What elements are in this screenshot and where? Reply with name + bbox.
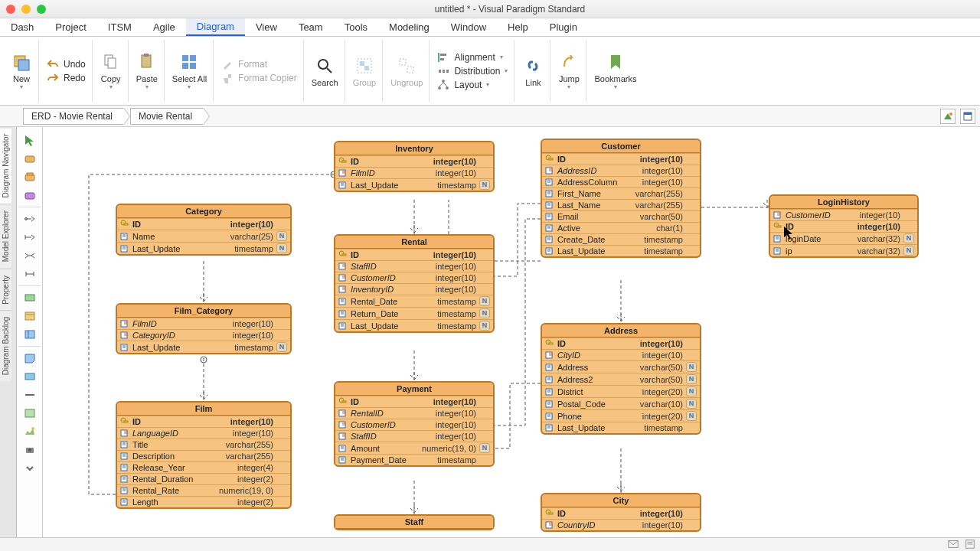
column-languageid[interactable]: LanguageIDinteger(10) xyxy=(117,427,290,439)
menu-view[interactable]: View xyxy=(245,18,288,36)
column-id[interactable]: IDinteger(10) xyxy=(542,153,700,165)
side-tab-diagram-navigator[interactable]: Diagram Navigator xyxy=(0,127,11,204)
column-last_update[interactable]: Last_UpdatetimestampN xyxy=(335,319,493,331)
alignment-menu[interactable]: Alignment ▾ xyxy=(437,51,508,64)
menu-help[interactable]: Help xyxy=(497,18,539,36)
distribution-menu[interactable]: Distribution ▾ xyxy=(437,65,508,77)
column-name[interactable]: Namevarchar(25)N xyxy=(117,230,290,242)
column-last_update[interactable]: Last_UpdatetimestampN xyxy=(335,178,493,191)
ungroup-button[interactable]: Ungroup xyxy=(384,40,430,102)
zoom-button[interactable] xyxy=(37,5,46,14)
tool-button[interactable] xyxy=(19,386,41,403)
column-payment_date[interactable]: Payment_Datetimestamp xyxy=(335,454,493,465)
tool-button[interactable] xyxy=(19,132,41,148)
menu-modeling[interactable]: Modeling xyxy=(378,18,440,36)
column-rental_date[interactable]: Rental_DatetimestampN xyxy=(335,295,493,307)
column-id[interactable]: IDinteger(10) xyxy=(117,218,290,230)
column-address[interactable]: Addressvarchar(50)N xyxy=(542,360,700,373)
entity-category[interactable]: CategoryIDinteger(10)Namevarchar(25)NLas… xyxy=(116,204,292,256)
switch-presentation-button[interactable] xyxy=(940,109,956,124)
column-customerid[interactable]: CustomerIDinteger(10) xyxy=(770,209,917,220)
jump-button[interactable]: Jump▾ xyxy=(552,40,586,102)
link-button[interactable]: Link xyxy=(516,40,550,102)
note-icon[interactable] xyxy=(965,539,975,551)
column-inventoryid[interactable]: InventoryIDinteger(10) xyxy=(335,283,493,295)
column-district[interactable]: Districtinteger(20)N xyxy=(542,385,700,397)
copy-button[interactable]: Copy▾ xyxy=(94,40,129,102)
column-create_date[interactable]: Create_Datetimestamp xyxy=(542,233,700,245)
column-rentalid[interactable]: RentalIDinteger(10) xyxy=(335,407,493,419)
column-ip[interactable]: ipvarchar(32)N xyxy=(770,244,917,256)
column-staffid[interactable]: StaffIDinteger(10) xyxy=(335,260,493,272)
search-button[interactable]: Search xyxy=(305,40,345,102)
tool-button[interactable] xyxy=(19,289,41,306)
column-first_name[interactable]: First_Namevarchar(255) xyxy=(542,187,700,199)
entity-city[interactable]: CityIDinteger(10)CountryIDinteger(10) xyxy=(541,493,701,532)
column-postal_code[interactable]: Postal_Codevarchar(10)N xyxy=(542,397,700,409)
column-last_name[interactable]: Last_Namevarchar(255) xyxy=(542,199,700,210)
breadcrumb-root[interactable]: ERD - Movie Rental xyxy=(23,108,124,125)
side-tab-property[interactable]: Property xyxy=(0,269,11,311)
close-button[interactable] xyxy=(6,5,15,14)
menu-team[interactable]: Team xyxy=(288,18,334,36)
format-copier-button[interactable]: Format Copier xyxy=(221,72,297,84)
column-length[interactable]: Lengthinteger(2) xyxy=(117,496,290,507)
side-tab-model-explorer[interactable]: Model Explorer xyxy=(0,204,11,268)
column-filmid[interactable]: FilmIDinteger(10) xyxy=(117,318,290,329)
menu-tools[interactable]: Tools xyxy=(334,18,378,36)
column-id[interactable]: IDinteger(10) xyxy=(335,155,493,167)
column-release_year[interactable]: Release_Yearinteger(4) xyxy=(117,461,290,473)
tool-button[interactable] xyxy=(19,350,41,367)
tool-button[interactable] xyxy=(19,266,41,282)
entity-payment[interactable]: PaymentIDinteger(10)RentalIDinteger(10)C… xyxy=(334,381,495,467)
column-addressid[interactable]: AddressIDinteger(10) xyxy=(542,165,700,176)
menu-agile[interactable]: Agile xyxy=(142,18,186,36)
group-button[interactable]: Group xyxy=(347,40,384,102)
column-customerid[interactable]: CustomerIDinteger(10) xyxy=(335,272,493,283)
column-cityid[interactable]: CityIDinteger(10) xyxy=(542,349,700,360)
diagram-canvas[interactable]: InventoryIDinteger(10)FilmIDinteger(10)L… xyxy=(43,127,980,537)
column-addresscolumn[interactable]: AddressColumninteger(10) xyxy=(542,176,700,187)
tool-button[interactable] xyxy=(19,187,41,204)
column-id[interactable]: IDinteger(10) xyxy=(542,337,700,349)
column-id[interactable]: IDinteger(10) xyxy=(335,396,493,407)
tool-button[interactable] xyxy=(19,210,41,227)
entity-address[interactable]: AddressIDinteger(10)CityIDinteger(10)Add… xyxy=(541,323,701,435)
column-id[interactable]: IDinteger(10) xyxy=(117,416,290,427)
tool-button[interactable] xyxy=(19,442,41,458)
column-phone[interactable]: Phoneinteger(20)N xyxy=(542,409,700,422)
tool-button[interactable] xyxy=(19,150,41,167)
tool-button[interactable] xyxy=(19,168,41,185)
menu-window[interactable]: Window xyxy=(440,18,497,36)
undo-button[interactable]: Undo xyxy=(47,58,86,70)
column-last_update[interactable]: Last_Updatetimestamp xyxy=(542,422,700,433)
entity-film[interactable]: FilmIDinteger(10)LanguageIDinteger(10)Ti… xyxy=(116,401,292,509)
column-last_update[interactable]: Last_UpdatetimestampN xyxy=(117,341,290,353)
layout-menu[interactable]: Layout ▾ xyxy=(437,79,508,91)
tool-button[interactable] xyxy=(19,229,41,246)
column-address2[interactable]: Address2varchar(50)N xyxy=(542,373,700,385)
entity-rental[interactable]: RentalIDinteger(10)StaffIDinteger(10)Cus… xyxy=(334,234,495,333)
redo-button[interactable]: Redo xyxy=(47,72,86,84)
select-all-button[interactable]: Select All▾ xyxy=(166,40,214,102)
tool-button[interactable] xyxy=(19,460,41,477)
paste-button[interactable]: Paste▾ xyxy=(130,40,165,102)
column-staffid[interactable]: StaffIDinteger(10) xyxy=(335,430,493,442)
column-title[interactable]: Titlevarchar(255) xyxy=(117,439,290,450)
column-categoryid[interactable]: CategoryIDinteger(10) xyxy=(117,329,290,341)
column-amount[interactable]: Amountnumeric(19, 0)N xyxy=(335,442,493,454)
menu-plugin[interactable]: Plugin xyxy=(539,18,588,36)
breadcrumb-current[interactable]: Movie Rental xyxy=(130,108,204,125)
tool-button[interactable] xyxy=(19,423,41,440)
entity-inventory[interactable]: InventoryIDinteger(10)FilmIDinteger(10)L… xyxy=(334,141,495,192)
entity-film_category[interactable]: Film_CategoryFilmIDinteger(10)CategoryID… xyxy=(116,303,292,354)
column-active[interactable]: Activechar(1) xyxy=(542,222,700,233)
column-email[interactable]: Emailvarchar(50) xyxy=(542,210,700,222)
tool-button[interactable] xyxy=(19,247,41,264)
entity-customer[interactable]: CustomerIDinteger(10)AddressIDinteger(10… xyxy=(541,139,701,258)
tool-button[interactable] xyxy=(19,405,41,422)
tool-button[interactable] xyxy=(19,368,41,385)
tool-button[interactable] xyxy=(19,326,41,343)
mail-icon[interactable] xyxy=(948,539,959,551)
column-last_update[interactable]: Last_UpdatetimestampN xyxy=(117,242,290,254)
